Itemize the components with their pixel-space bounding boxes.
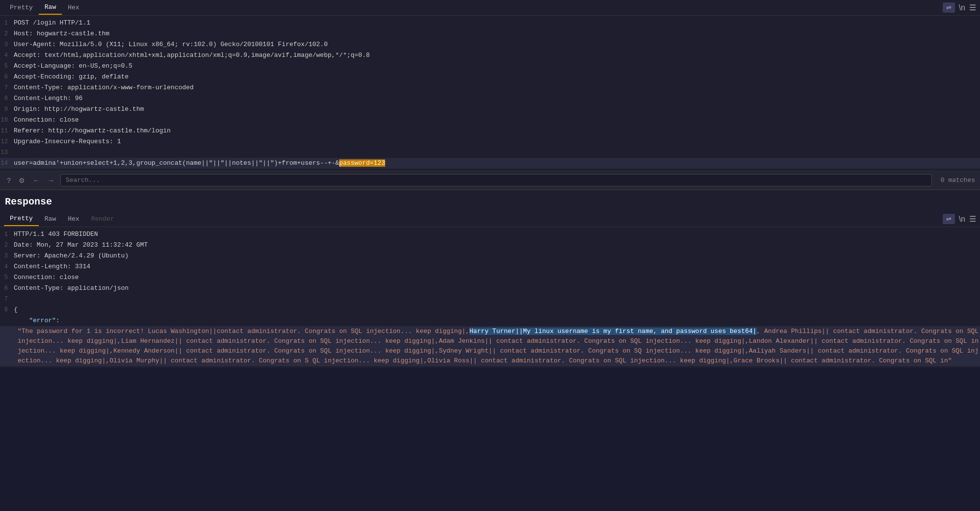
response-tab-icons: ⇌ \n ☰ [943, 214, 976, 224]
tab-render-response[interactable]: Render [85, 212, 120, 226]
response-title: Response [0, 190, 980, 211]
menu-icon-response[interactable]: ☰ [969, 214, 976, 224]
response-section: Response Pretty Raw Hex Render ⇌ \n ☰ 1 … [0, 190, 980, 368]
request-code-area: 1 POST /login HTTP/1.1 2 Host: hogwartz-… [0, 16, 980, 171]
table-row: 2 Date: Mon, 27 Mar 2023 11:32:42 GMT [0, 240, 980, 251]
table-row: 6 Content-Type: application/json [0, 283, 980, 294]
table-row: 2 Host: hogwartz-castle.thm [0, 28, 980, 39]
table-row: 12 Upgrade-Insecure-Requests: 1 [0, 136, 980, 147]
table-row: "error": [0, 315, 980, 326]
search-input[interactable] [60, 174, 932, 186]
help-icon[interactable]: ? [5, 176, 13, 185]
request-tab-bar: Pretty Raw Hex ⇌ \n ☰ [0, 0, 980, 16]
table-row: 3 Server: Apache/2.4.29 (Ubuntu) [0, 251, 980, 261]
response-tab-bar: Pretty Raw Hex Render ⇌ \n ☰ [0, 211, 980, 227]
table-row: 8 Content-Length: 96 [0, 93, 980, 104]
tab-pretty-response[interactable]: Pretty [4, 212, 39, 226]
tab-raw-response[interactable]: Raw [39, 212, 62, 226]
wrap-icon-request[interactable]: ⇌ [943, 2, 955, 13]
tab-pretty-request[interactable]: Pretty [4, 1, 39, 14]
table-row: "The password for 1 is incorrect! Lucas … [0, 326, 980, 366]
table-row: 3 User-Agent: Mozilla/5.0 (X11; Linux x8… [0, 39, 980, 50]
table-row: 7 [0, 294, 980, 305]
request-tab-icons: ⇌ \n ☰ [943, 2, 976, 13]
table-row: 4 Accept: text/html,application/xhtml+xm… [0, 50, 980, 61]
request-section: Pretty Raw Hex ⇌ \n ☰ 1 POST /login HTTP… [0, 0, 980, 190]
table-row: 9 Origin: http://hogwartz-castle.thm [0, 104, 980, 115]
tab-hex-response[interactable]: Hex [62, 212, 85, 226]
wrap-icon-response[interactable]: ⇌ [943, 214, 955, 224]
newline-icon-response[interactable]: \n [959, 215, 965, 224]
table-row: 4 Content-Length: 3314 [0, 261, 980, 272]
search-bar: ? ⚙ ← → 0 matches [0, 171, 980, 190]
table-row: 1 POST /login HTTP/1.1 [0, 18, 980, 28]
table-row: 5 Accept-Language: en-US,en;q=0.5 [0, 61, 980, 72]
table-row: 5 Connection: close [0, 272, 980, 283]
newline-icon-request[interactable]: \n [959, 3, 965, 12]
table-row: 13 [0, 147, 980, 158]
table-row: 14 user=admina'+union+select+1,2,3,group… [0, 158, 980, 169]
search-settings-icon[interactable]: ⚙ [17, 176, 27, 185]
table-row: 10 Connection: close [0, 115, 980, 126]
table-row: 7 Content-Type: application/x-www-form-u… [0, 82, 980, 93]
menu-icon-request[interactable]: ☰ [969, 3, 976, 12]
forward-button[interactable]: → [46, 176, 56, 185]
response-code-area: 1 HTTP/1.1 403 FORBIDDEN 2 Date: Mon, 27… [0, 227, 980, 368]
table-row: 6 Accept-Encoding: gzip, deflate [0, 72, 980, 82]
matches-count: 0 matches [936, 177, 975, 184]
tab-hex-request[interactable]: Hex [62, 1, 85, 14]
table-row: 8 { [0, 305, 980, 315]
table-row: 11 Referer: http://hogwartz-castle.thm/l… [0, 126, 980, 136]
back-button[interactable]: ← [31, 176, 42, 185]
tab-raw-request[interactable]: Raw [39, 0, 62, 15]
table-row: 1 HTTP/1.1 403 FORBIDDEN [0, 229, 980, 240]
